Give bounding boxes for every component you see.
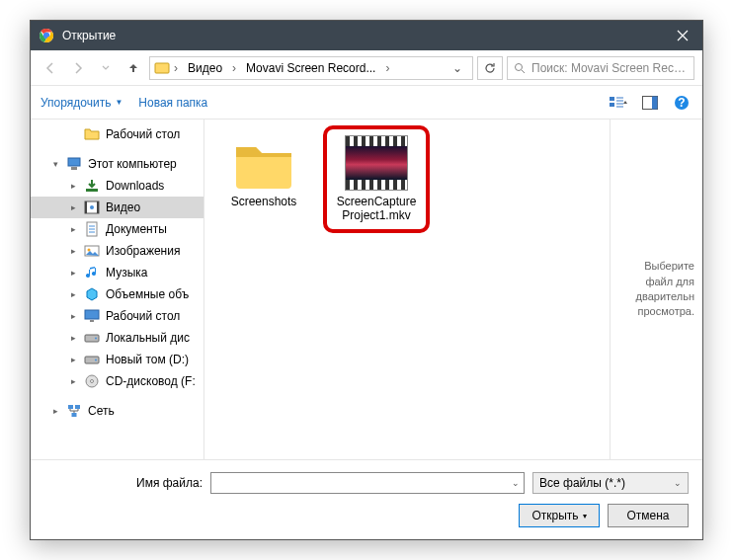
folder-icon (232, 135, 295, 191)
tree-item-объемные-объ[interactable]: ▸Объемные объ (31, 283, 204, 305)
preview-pane-button[interactable] (639, 92, 661, 114)
back-button[interactable] (39, 56, 62, 80)
file-item[interactable]: Screenshots (216, 131, 311, 212)
tree-item-сеть[interactable]: ▸Сеть (31, 400, 204, 422)
expand-icon[interactable]: ▸ (68, 311, 78, 321)
content-area: ScreenshotsScreenCaptureProject1.mkv Выб… (204, 120, 702, 459)
3d-icon (84, 286, 100, 302)
network-icon (66, 403, 82, 419)
tree-item-label: Downloads (106, 179, 164, 193)
open-button[interactable]: Открыть▾ (519, 504, 600, 527)
filetype-label: Все файлы (*.*) (539, 476, 625, 490)
navbar: › Видео › Movavi Screen Record... › ⌄ По… (31, 50, 702, 86)
downloads-icon (84, 178, 100, 194)
tree-item-label: Сеть (88, 404, 115, 418)
folder-icon (84, 126, 100, 142)
up-button[interactable] (122, 56, 145, 80)
breadcrumb-item[interactable]: Видео (182, 59, 228, 77)
tree-item-этот-компьютер[interactable]: ▾Этот компьютер (31, 153, 204, 175)
tree-item-label: Музыка (106, 266, 147, 280)
tree-item-рабочий-стол[interactable]: Рабочий стол (31, 123, 204, 145)
tree-item-локальный-дис[interactable]: ▸Локальный дис (31, 327, 204, 349)
tree-item-label: Рабочий стол (106, 127, 180, 141)
navigation-tree[interactable]: Рабочий стол▾Этот компьютер▸Downloads▸Ви… (31, 120, 204, 459)
footer: Имя файла: ⌄ Все файлы (*.*) ⌄ Открыть▾ … (31, 459, 702, 539)
cancel-button[interactable]: Отмена (608, 504, 689, 527)
svg-rect-21 (90, 320, 94, 322)
svg-rect-29 (75, 405, 80, 409)
expand-icon[interactable]: ▸ (68, 268, 78, 278)
filename-dropdown[interactable]: ⌄ (512, 478, 520, 488)
tree-item-изображения[interactable]: ▸Изображения (31, 240, 204, 262)
organize-menu[interactable]: Упорядочить▼ (41, 96, 122, 110)
svg-rect-2 (155, 63, 169, 73)
tree-item-label: Изображения (106, 244, 180, 258)
expand-icon[interactable]: ▸ (68, 181, 78, 191)
close-button[interactable] (663, 21, 702, 50)
expand-icon[interactable]: ▸ (68, 202, 78, 212)
recent-dropdown[interactable] (94, 56, 118, 80)
svg-rect-15 (97, 201, 99, 213)
tree-item-рабочий-стол[interactable]: ▸Рабочий стол (31, 305, 204, 327)
breadcrumb[interactable]: › Видео › Movavi Screen Record... › ⌄ (149, 56, 473, 80)
expand-icon[interactable]: ▸ (68, 355, 78, 364)
docs-icon (84, 221, 100, 237)
svg-rect-10 (68, 158, 80, 166)
chevron-icon[interactable]: › (230, 61, 238, 75)
search-placeholder: Поиск: Movavi Screen Recor... (531, 61, 688, 75)
search-input[interactable]: Поиск: Movavi Screen Recor... (507, 56, 694, 80)
tree-item-видео[interactable]: ▸Видео (31, 197, 204, 218)
file-label: Screenshots (231, 195, 297, 208)
tree-item-label: Объемные объ (106, 287, 189, 301)
refresh-button[interactable] (477, 56, 503, 80)
svg-rect-30 (72, 413, 77, 417)
svg-rect-5 (610, 103, 614, 107)
tree-item-label: Новый том (D:) (106, 353, 189, 366)
filename-combo[interactable]: ⌄ (210, 472, 525, 494)
forward-button[interactable] (66, 56, 90, 80)
music-icon (84, 265, 100, 280)
tree-item-cd-дисковод-f-[interactable]: ▸CD-дисковод (F: (31, 370, 204, 392)
search-icon (514, 62, 526, 74)
filetype-combo[interactable]: Все файлы (*.*) ⌄ (532, 472, 689, 494)
images-icon (84, 243, 100, 259)
file-item[interactable]: ScreenCaptureProject1.mkv (329, 131, 424, 227)
expand-icon[interactable]: ▾ (50, 159, 60, 169)
desktop-icon (84, 308, 100, 324)
help-button[interactable]: ? (671, 92, 692, 114)
svg-rect-4 (610, 97, 614, 101)
expand-icon[interactable]: ▸ (50, 406, 60, 416)
tree-item-новый-том-d-[interactable]: ▸Новый том (D:) (31, 349, 204, 370)
dialog-title: Открытие (62, 29, 663, 42)
disk-icon (84, 330, 100, 346)
expand-icon[interactable]: ▸ (68, 376, 78, 386)
tree-item-label: Видео (106, 200, 140, 214)
svg-rect-11 (71, 167, 77, 170)
pc-icon (66, 156, 82, 172)
svg-rect-7 (652, 96, 658, 109)
filename-input[interactable] (215, 476, 512, 490)
tree-item-downloads[interactable]: ▸Downloads (31, 175, 204, 197)
dialog-body: Рабочий стол▾Этот компьютер▸Downloads▸Ви… (31, 120, 702, 459)
disk-icon (84, 352, 100, 367)
filename-label: Имя файла: (44, 476, 203, 490)
expand-icon[interactable]: ▸ (68, 246, 78, 256)
expand-icon[interactable]: ▸ (68, 224, 78, 234)
tree-item-документы[interactable]: ▸Документы (31, 218, 204, 240)
files-pane[interactable]: ScreenshotsScreenCaptureProject1.mkv (204, 120, 610, 459)
expand-icon[interactable]: ▸ (68, 333, 78, 343)
svg-point-23 (95, 338, 97, 340)
tree-item-label: Рабочий стол (106, 309, 180, 323)
toolbar: Упорядочить▼ Новая папка ? (31, 86, 702, 120)
tree-item-музыка[interactable]: ▸Музыка (31, 262, 204, 283)
view-options-button[interactable] (608, 92, 629, 114)
breadcrumb-item[interactable]: Movavi Screen Record... (240, 59, 381, 77)
chevron-icon[interactable]: › (383, 61, 391, 75)
chevron-icon[interactable]: › (172, 61, 180, 75)
cd-icon (84, 373, 100, 389)
expand-icon[interactable]: ▸ (68, 289, 78, 299)
new-folder-button[interactable]: Новая папка (138, 96, 207, 110)
breadcrumb-dropdown[interactable]: ⌄ (447, 59, 468, 77)
svg-point-3 (516, 63, 523, 70)
titlebar: Открытие (31, 21, 702, 50)
